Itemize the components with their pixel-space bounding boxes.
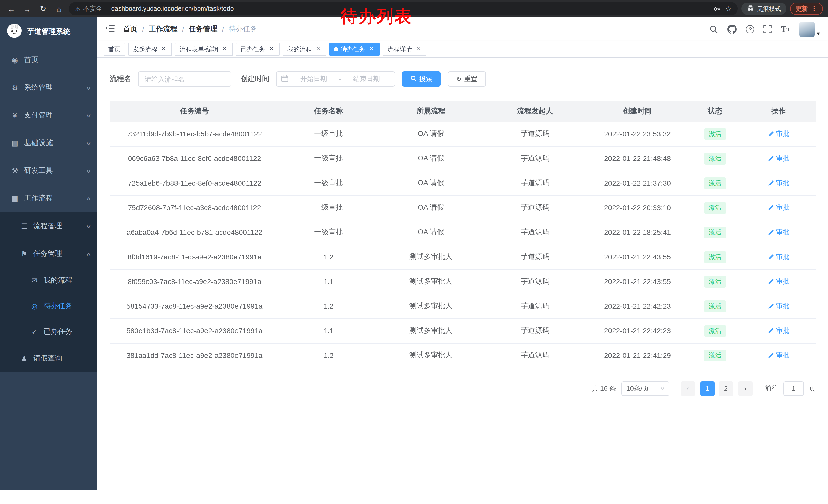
active-tab-dot-icon [334,47,338,51]
tab-start-process[interactable]: 发起流程× [128,43,172,56]
table-row: 73211d9d-7b9b-11ec-b5b7-acde48001122一级审批… [110,122,816,146]
close-icon[interactable]: × [160,46,167,53]
next-page-button[interactable]: › [738,381,753,396]
approve-label: 审批 [776,154,789,163]
home-button[interactable]: ⌂ [53,3,65,15]
app-logo[interactable]: 芋道管理系统 [0,17,97,46]
font-size-icon[interactable]: TT [781,25,790,34]
tab-home[interactable]: 首页 [104,43,125,56]
approve-link[interactable]: 审批 [768,203,789,212]
tab-label: 我的流程 [287,45,312,54]
initiator-cell: 芋道源码 [484,195,586,220]
breadcrumb-item: 待办任务 [229,25,257,34]
prev-page-button[interactable]: ‹ [681,381,695,396]
approve-link[interactable]: 审批 [768,351,789,360]
fullscreen-icon[interactable] [763,25,772,33]
column-header: 所属流程 [378,101,484,122]
goto-page-input[interactable] [783,381,804,396]
table-header-row: 任务编号任务名称所属流程流程发起人创建时间状态操作 [110,101,816,122]
edit-pencil-icon [768,229,774,235]
created-cell: 2022-01-22 23:53:32 [586,122,689,146]
chevron-up-icon: ∧ [86,196,91,201]
initiator-cell: 芋道源码 [484,318,586,343]
action-cell: 审批 [742,171,816,195]
back-button[interactable]: ← [5,3,17,15]
status-badge: 激活 [704,202,727,214]
sidebar-toggle-button[interactable] [106,24,115,34]
close-icon[interactable]: × [268,46,275,53]
approve-link[interactable]: 审批 [768,326,789,335]
process-name-label: 流程名 [110,74,131,84]
tab-label: 已办任务 [241,45,265,54]
task-flag-icon: ⚑ [19,250,29,258]
breadcrumb-item[interactable]: 首页 [123,25,137,34]
sidebar-item-system-management[interactable]: ⚙系统管理∨ [0,74,97,101]
tab-form-edit[interactable]: 流程表单-编辑× [175,43,233,56]
tab-todo-tasks[interactable]: 待办任务× [329,43,380,56]
sidebar-item-task-management[interactable]: ⚑任务管理∧ [0,240,97,268]
process-cell: 测试多审批人 [378,269,484,294]
approve-link[interactable]: 审批 [768,277,789,286]
action-cell: 审批 [742,318,816,343]
approve-link[interactable]: 审批 [768,129,789,138]
search-button[interactable]: 搜索 [402,71,441,87]
sidebar-item-my-process[interactable]: ✉我的流程 [0,268,97,293]
sidebar-item-process-management[interactable]: ☰流程管理∨ [0,212,97,240]
sidebar-item-done-tasks[interactable]: ✓已办任务 [0,319,97,345]
sidebar-item-leave-query[interactable]: ♟请假查询 [0,345,97,372]
update-button[interactable]: 更新 ⋮ [790,3,823,15]
page-size-value: 10条/页 [626,384,649,393]
action-cell: 审批 [742,294,816,318]
process-cell: OA 请假 [378,171,484,195]
sidebar-item-infrastructure[interactable]: ▤基础设施∨ [0,129,97,157]
sidebar-item-home[interactable]: ◉首页 [0,46,97,74]
reload-button[interactable]: ↻ [37,3,49,15]
column-header: 任务编号 [110,101,279,122]
tab-done-tasks[interactable]: 已办任务× [236,43,280,56]
forward-button[interactable]: → [21,3,33,15]
start-date-placeholder: 开始日期 [290,74,337,84]
tools-icon: ⚒ [10,167,19,175]
page-button-1[interactable]: 1 [700,381,715,396]
edit-pencil-icon [768,352,774,358]
close-icon[interactable]: × [315,46,322,53]
reset-button-label: 重置 [464,74,478,84]
breadcrumb-item[interactable]: 工作流程 [149,25,177,34]
date-range-picker[interactable]: 开始日期 - 结束日期 [276,71,395,87]
github-icon[interactable] [728,25,737,34]
close-icon[interactable]: × [415,46,422,53]
close-icon[interactable]: × [368,46,375,53]
sidebar-item-todo-tasks[interactable]: ◎待办任务 [0,293,97,319]
approve-label: 审批 [776,302,789,311]
key-icon[interactable] [713,5,721,12]
sidebar-item-devtools[interactable]: ⚒研发工具∨ [0,157,97,185]
approve-link[interactable]: 审批 [768,228,789,237]
task-name-cell: 1.1 [279,269,378,294]
help-icon[interactable]: ? [746,25,754,33]
user-avatar[interactable]: ▾ [799,21,820,37]
column-header: 流程发起人 [484,101,586,122]
breadcrumb-item[interactable]: 任务管理 [189,25,217,34]
menu-dots-icon[interactable]: ⋮ [811,5,817,12]
reset-button[interactable]: ↻ 重置 [448,71,486,87]
search-icon[interactable] [710,25,718,34]
created-cell: 2022-01-22 20:33:10 [586,195,689,220]
page-size-select[interactable]: 10条/页 ∨ [621,381,669,396]
action-cell: 审批 [742,343,816,368]
close-icon[interactable]: × [221,46,228,53]
bookmark-star-icon[interactable]: ☆ [725,5,732,13]
approve-link[interactable]: 审批 [768,154,789,163]
tab-my-process[interactable]: 我的流程× [283,43,326,56]
process-name-input[interactable] [138,71,232,87]
sidebar-item-workflow[interactable]: ▦工作流程∧ [0,185,97,212]
table-row: 8f0d1619-7ac8-11ec-a9e2-a2380e71991a1.2测… [110,244,816,269]
created-cell: 2022-01-22 21:37:30 [586,171,689,195]
page-button-2[interactable]: 2 [719,381,733,396]
approve-link[interactable]: 审批 [768,178,789,188]
security-status[interactable]: ⚠ 不安全 [75,4,102,13]
approve-link[interactable]: 审批 [768,252,789,262]
approve-link[interactable]: 审批 [768,302,789,311]
sidebar-item-payment-management[interactable]: ¥支付管理∨ [0,101,97,129]
tab-process-detail[interactable]: 流程详情× [383,43,426,56]
incognito-badge: 无痕模式 [741,3,786,15]
